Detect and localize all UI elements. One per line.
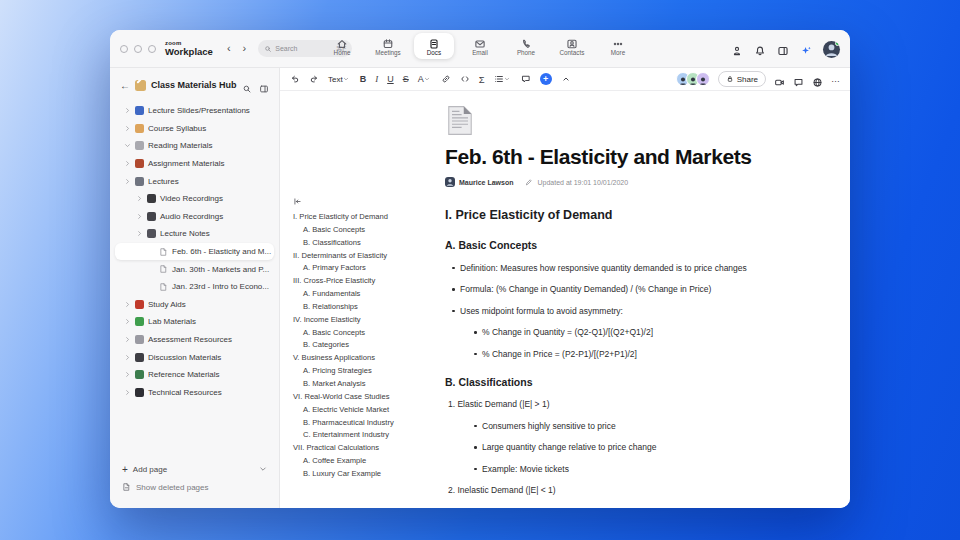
sidebar-item-page-feb-6[interactable]: Feb. 6th - Elasticity and M...: [115, 243, 274, 261]
more-options-icon[interactable]: …: [831, 74, 840, 84]
outline-item[interactable]: A. Coffee Example: [303, 455, 445, 468]
sidebar-back-icon[interactable]: ←: [120, 80, 130, 91]
insert-block-button[interactable]: +: [540, 73, 552, 85]
outline-item[interactable]: VI. Real-World Case Studies: [293, 391, 445, 404]
outline-item[interactable]: B. Luxury Car Example: [303, 468, 445, 481]
document-title[interactable]: Feb. 6th - Elasticity and Markets: [445, 145, 797, 169]
sidebar-item-assignment-materials[interactable]: Assignment Materials: [110, 155, 279, 173]
underline-button[interactable]: U: [387, 74, 394, 84]
outline-item[interactable]: A. Primary Factors: [303, 262, 445, 275]
tab-email[interactable]: Email: [460, 33, 500, 59]
nav-forward-button[interactable]: ›: [243, 43, 247, 54]
doc-list-item[interactable]: Uses midpoint formula to avoid asymmetry…: [445, 307, 797, 316]
doc-list-item[interactable]: Large quantity change relative to price …: [445, 443, 797, 452]
doc-list-item[interactable]: % Change in Price = (P2-P1)/[(P2+P1)/2]: [445, 350, 797, 359]
window-minimize-button[interactable]: [134, 45, 142, 53]
chevron-right-icon[interactable]: [136, 195, 143, 202]
outline-item[interactable]: B. Categories: [303, 339, 445, 352]
outline-item[interactable]: B. Market Analysis: [303, 378, 445, 391]
outline-item[interactable]: IV. Income Elasticity: [293, 314, 445, 327]
sidebar-collapse-icon[interactable]: [259, 80, 269, 90]
outline-collapse-icon[interactable]: [293, 197, 302, 206]
link-icon[interactable]: [441, 74, 451, 84]
chevron-right-icon[interactable]: [136, 230, 143, 237]
chevron-right-icon[interactable]: [124, 125, 131, 132]
chevron-right-icon[interactable]: [124, 389, 131, 396]
sidebar-item-lecture-notes[interactable]: Lecture Notes: [110, 225, 279, 243]
sidebar-item-page-jan-23[interactable]: Jan. 23rd - Intro to Econo...: [110, 278, 279, 296]
show-deleted-pages-button[interactable]: Show deleted pages: [122, 478, 267, 496]
strikethrough-button[interactable]: S: [403, 74, 409, 84]
collaborator-avatar-3[interactable]: [696, 72, 710, 86]
globe-icon[interactable]: [812, 74, 823, 85]
collapse-toolbar-icon[interactable]: [561, 74, 571, 84]
chevron-right-icon[interactable]: [124, 371, 131, 378]
chevron-right-icon[interactable]: [124, 336, 131, 343]
outline-item[interactable]: C. Entertainment Industry: [303, 429, 445, 442]
doc-subheading[interactable]: A. Basic Concepts: [445, 239, 797, 251]
tab-phone[interactable]: Phone: [506, 33, 546, 59]
outline-item[interactable]: III. Cross-Price Elasticity: [293, 275, 445, 288]
code-icon[interactable]: [460, 74, 470, 84]
redo-icon[interactable]: [309, 74, 319, 84]
sidebar-search-icon[interactable]: [242, 80, 252, 90]
add-page-button[interactable]: + Add page: [122, 460, 267, 478]
outline-item[interactable]: V. Business Applications: [293, 352, 445, 365]
doc-list-item[interactable]: Formula: (% Change in Quantity Demanded)…: [445, 285, 797, 294]
chevron-right-icon[interactable]: [136, 213, 143, 220]
sidebar-item-page-jan-30[interactable]: Jan. 30th - Markets and P...: [110, 260, 279, 278]
sidebar-item-course-syllabus[interactable]: Course Syllabus: [110, 120, 279, 138]
window-zoom-button[interactable]: [148, 45, 156, 53]
doc-list-item[interactable]: Example: Movie tickets: [445, 465, 797, 474]
outline-item[interactable]: B. Classifications: [303, 237, 445, 250]
text-color-button[interactable]: A: [418, 74, 432, 84]
sidebar-item-reference-materials[interactable]: Reference Materials: [110, 366, 279, 384]
doc-heading[interactable]: I. Price Elasticity of Demand: [445, 208, 797, 222]
sidebar-item-lectures[interactable]: Lectures: [110, 172, 279, 190]
sidebar-item-study-aids[interactable]: Study Aids: [110, 296, 279, 314]
side-panel-toggle-icon[interactable]: [777, 43, 789, 55]
chevron-right-icon[interactable]: [124, 301, 131, 308]
tab-more[interactable]: More: [598, 33, 638, 59]
chevron-right-icon[interactable]: [124, 178, 131, 185]
chevron-right-icon[interactable]: [124, 354, 131, 361]
share-button[interactable]: Share: [718, 71, 766, 87]
chat-icon[interactable]: [793, 74, 804, 85]
doc-list-item[interactable]: Definition: Measures how responsive quan…: [445, 264, 797, 273]
text-style-dropdown[interactable]: Text: [328, 75, 351, 84]
doc-list-item[interactable]: % Change in Quantity = (Q2-Q1)/[(Q2+Q1)/…: [445, 328, 797, 337]
doc-subheading[interactable]: B. Classifications: [445, 376, 797, 388]
notifications-bell-icon[interactable]: [754, 43, 766, 55]
outline-item[interactable]: B. Pharmaceutical Industry: [303, 417, 445, 430]
outline-item[interactable]: A. Pricing Strategies: [303, 365, 445, 378]
chevron-down-icon[interactable]: [124, 142, 131, 149]
outline-item[interactable]: B. Relationships: [303, 301, 445, 314]
outline-item[interactable]: A. Fundamentals: [303, 288, 445, 301]
chevron-right-icon[interactable]: [124, 160, 131, 167]
doc-list-item[interactable]: Consumers highly sensitive to price: [445, 422, 797, 431]
window-controls[interactable]: [120, 45, 156, 53]
document-content[interactable]: Feb. 6th - Elasticity and Markets Mauric…: [445, 105, 797, 495]
sidebar-item-lecture-slides[interactable]: Lecture Slides/Presentations: [110, 102, 279, 120]
outline-item[interactable]: VII. Practical Calculations: [293, 442, 445, 455]
tab-contacts[interactable]: Contacts: [552, 33, 592, 59]
undo-icon[interactable]: [290, 74, 300, 84]
tab-home[interactable]: Home: [322, 33, 362, 59]
chevron-right-icon[interactable]: [124, 107, 131, 114]
tab-docs[interactable]: Docs: [414, 33, 454, 59]
sidebar-item-technical-resources[interactable]: Technical Resources: [110, 384, 279, 402]
tab-meetings[interactable]: Meetings: [368, 33, 408, 59]
outline-item[interactable]: A. Electric Vehicle Market: [303, 404, 445, 417]
sidebar-item-reading-materials[interactable]: Reading Materials: [110, 137, 279, 155]
outline-item[interactable]: A. Basic Concepts: [303, 327, 445, 340]
bold-button[interactable]: B: [360, 74, 367, 84]
formula-button[interactable]: Σ: [479, 74, 485, 85]
profile-bust-icon[interactable]: [731, 43, 743, 55]
window-close-button[interactable]: [120, 45, 128, 53]
sidebar-item-video-recordings[interactable]: Video Recordings: [110, 190, 279, 208]
video-call-icon[interactable]: [774, 74, 785, 85]
sidebar-item-audio-recordings[interactable]: Audio Recordings: [110, 208, 279, 226]
nav-back-button[interactable]: ‹: [227, 43, 231, 54]
doc-list-item[interactable]: 2. Inelastic Demand (|E| < 1): [445, 486, 797, 495]
outline-item[interactable]: II. Determinants of Elasticity: [293, 250, 445, 263]
